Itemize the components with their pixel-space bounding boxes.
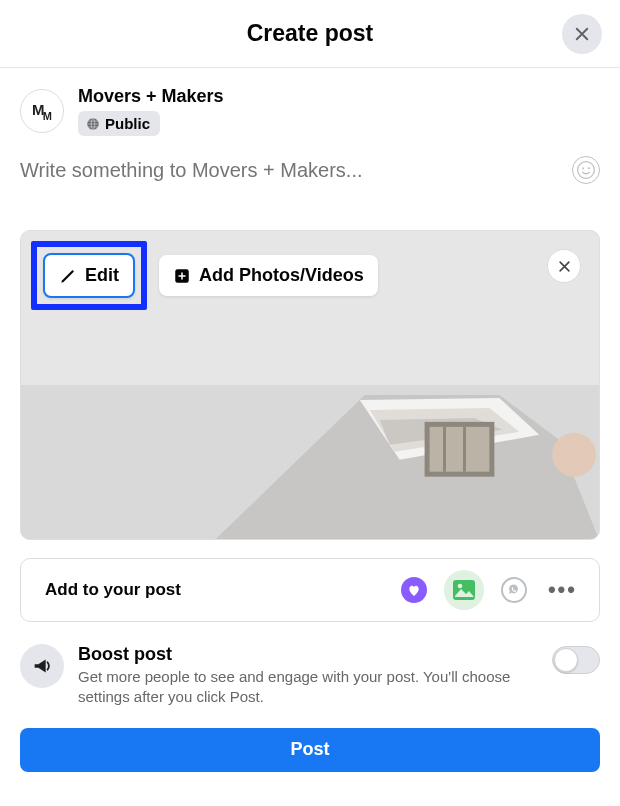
modal-header: Create post	[0, 0, 620, 68]
boost-row: Boost post Get more people to see and en…	[20, 644, 600, 708]
svg-point-10	[552, 433, 596, 477]
add-photos-icon	[173, 267, 191, 285]
modal-title: Create post	[247, 20, 374, 47]
svg-point-18	[458, 584, 463, 589]
close-icon	[573, 25, 591, 43]
svg-point-1	[578, 162, 595, 179]
toggle-knob	[554, 648, 578, 672]
post-button[interactable]: Post	[20, 728, 600, 772]
ellipsis-icon: •••	[548, 577, 577, 602]
svg-point-2	[582, 167, 584, 169]
edit-label: Edit	[85, 265, 119, 286]
boost-description: Get more people to see and engage with y…	[78, 667, 552, 708]
boost-title: Boost post	[78, 644, 552, 665]
create-post-modal: Create post M M Movers + Makers Public	[0, 0, 620, 806]
profile-info: Movers + Makers Public	[78, 86, 224, 136]
whatsapp-icon	[500, 576, 528, 604]
privacy-label: Public	[105, 115, 150, 132]
profile-row: M M Movers + Makers Public	[0, 68, 620, 136]
close-icon	[557, 259, 572, 274]
media-preview: Edit Add Photos/Videos	[20, 230, 600, 540]
heart-badge-icon	[400, 576, 428, 604]
composer-input[interactable]	[20, 159, 572, 182]
add-to-post-icons: •••	[394, 570, 581, 610]
svg-rect-12	[430, 427, 490, 472]
boost-toggle[interactable]	[552, 646, 600, 674]
add-to-post-row[interactable]: Add to your post	[20, 558, 600, 622]
add-to-post-label: Add to your post	[45, 580, 181, 600]
add-photos-label: Add Photos/Videos	[199, 265, 364, 286]
profile-avatar[interactable]: M M	[20, 89, 64, 133]
emoji-picker-button[interactable]	[572, 156, 600, 184]
remove-media-button[interactable]	[547, 249, 581, 283]
avatar-letter-2: M	[43, 110, 52, 122]
photo-icon	[451, 577, 477, 603]
close-button[interactable]	[562, 14, 602, 54]
whatsapp-share-button[interactable]	[494, 570, 534, 610]
edit-highlight-annotation: Edit	[31, 241, 147, 310]
pencil-icon	[59, 267, 77, 285]
add-photos-button[interactable]: Add Photos/Videos	[159, 255, 378, 296]
boost-text: Boost post Get more people to see and en…	[78, 644, 552, 708]
media-controls: Edit Add Photos/Videos	[31, 241, 378, 310]
more-options-button[interactable]: •••	[544, 577, 581, 603]
globe-icon	[86, 117, 100, 131]
tag-event-button[interactable]	[394, 570, 434, 610]
composer-row	[0, 136, 620, 192]
megaphone-icon	[31, 655, 53, 677]
edit-media-button[interactable]: Edit	[43, 253, 135, 298]
privacy-selector[interactable]: Public	[78, 111, 160, 136]
svg-point-3	[588, 167, 590, 169]
add-media-button[interactable]	[444, 570, 484, 610]
smiley-icon	[576, 160, 596, 180]
megaphone-icon-wrap	[20, 644, 64, 688]
profile-name[interactable]: Movers + Makers	[78, 86, 224, 107]
